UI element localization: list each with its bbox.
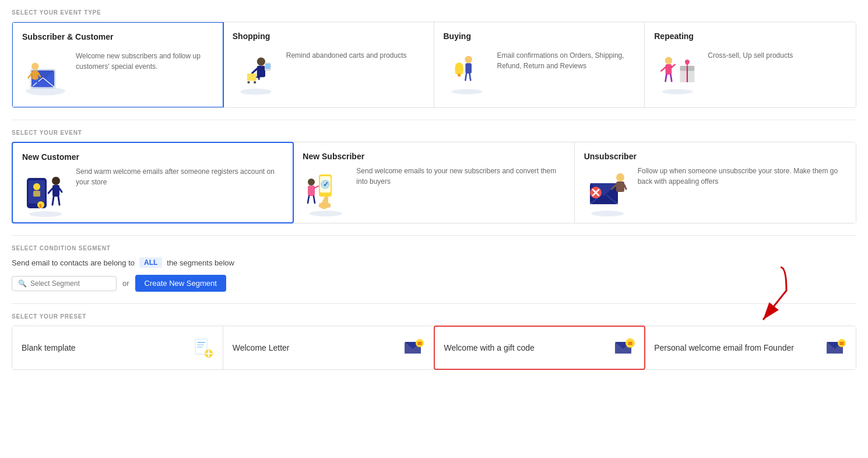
preset-title-welcome-gift: Welcome with a gift code — [444, 343, 535, 352]
svg-rect-57 — [319, 203, 331, 208]
svg-text:$: $ — [39, 203, 42, 208]
event-type-title-subscriber: Subscriber & Customer — [22, 32, 213, 41]
preset-grid: Blank template — [12, 326, 856, 370]
or-text: or — [122, 279, 129, 288]
shopping-illustration — [233, 50, 279, 97]
svg-line-62 — [315, 186, 318, 188]
event-type-section: SELECT YOUR EVENT TYPE Subscriber & Cust… — [12, 9, 856, 108]
preset-card-welcome-gift[interactable]: Welcome with a gift code ✉ — [434, 326, 646, 370]
svg-rect-19 — [247, 74, 256, 81]
event-type-desc-buying: Email confirmations on Orders, Shipping,… — [497, 50, 635, 71]
preset-card-welcome-letter[interactable]: Welcome Letter ✉ — [223, 326, 434, 369]
svg-point-60 — [308, 179, 315, 186]
condition-section: SELECT CONDITION SEGMENT Send email to c… — [12, 245, 856, 292]
condition-badge-all: ALL — [139, 257, 162, 268]
preset-section: SELECT YOUR PRESET Blank template — [12, 313, 856, 370]
event-type-title-repeating: Repeating — [654, 32, 846, 41]
svg-line-10 — [32, 80, 33, 86]
event-section: SELECT YOUR EVENT New Customer — [12, 130, 856, 223]
svg-point-28 — [458, 74, 461, 76]
svg-line-29 — [465, 74, 466, 81]
svg-line-63 — [308, 196, 309, 203]
svg-rect-26 — [465, 63, 472, 74]
event-body-new-subscriber: ✓ Send welcome emails to your new subscr… — [303, 166, 564, 212]
event-grid: New Customer $ — [12, 142, 856, 223]
divider-1 — [12, 120, 856, 120]
unsubscriber-illustration — [584, 166, 631, 212]
event-card-new-subscriber[interactable]: New Subscriber ✓ — [293, 142, 574, 223]
svg-rect-74 — [616, 181, 624, 192]
condition-controls-row: 🔍 or Create New Segment — [12, 275, 856, 292]
svg-point-6 — [31, 62, 38, 69]
svg-point-48 — [52, 177, 60, 185]
event-title-new-subscriber: New Subscriber — [303, 152, 564, 161]
svg-line-23 — [258, 75, 259, 79]
svg-rect-18 — [265, 64, 270, 69]
event-desc-new-customer: Send warm welcome emails after someone r… — [76, 166, 283, 187]
event-card-new-customer[interactable]: New Customer $ — [12, 142, 294, 223]
event-type-grid: Subscriber & Customer — [12, 22, 856, 108]
event-type-card-shopping[interactable]: Shopping — [223, 22, 434, 107]
svg-line-34 — [662, 67, 666, 71]
event-desc-unsubscriber: Follow up when someone unsubscribe your … — [638, 166, 846, 187]
svg-line-35 — [672, 65, 674, 67]
event-type-title-buying: Buying — [444, 32, 635, 41]
preset-title-personal-welcome: Personal welcome email from Founder — [654, 343, 794, 352]
preset-card-blank[interactable]: Blank template — [12, 326, 223, 369]
svg-line-30 — [469, 74, 470, 81]
repeating-illustration — [654, 50, 701, 97]
event-type-card-repeating[interactable]: Repeating — [645, 22, 856, 107]
buying-illustration — [444, 50, 490, 97]
svg-rect-45 — [33, 191, 40, 197]
create-segment-button[interactable]: Create New Segment — [135, 275, 226, 292]
preset-title-welcome-letter: Welcome Letter — [233, 343, 290, 352]
event-type-label: SELECT YOUR EVENT TYPE — [12, 9, 856, 16]
svg-line-52 — [52, 197, 54, 205]
condition-desc-text: Send email to contacts are belong to — [12, 258, 135, 267]
event-title-unsubscriber: Unsubscriber — [584, 152, 846, 161]
segment-search-input[interactable] — [30, 279, 110, 288]
svg-rect-61 — [308, 186, 315, 196]
svg-line-53 — [58, 197, 59, 205]
svg-point-12 — [240, 89, 271, 95]
event-type-desc-shopping: Remind abandoned carts and products — [286, 50, 407, 61]
svg-text:✓: ✓ — [323, 180, 329, 188]
svg-point-32 — [665, 57, 672, 64]
event-type-body-subscriber: Welcome new subscribers and follow up cu… — [22, 51, 213, 97]
svg-point-20 — [247, 81, 249, 83]
preset-card-personal-welcome[interactable]: Personal welcome email from Founder ✉ — [645, 326, 856, 369]
preset-label: SELECT YOUR PRESET — [12, 313, 856, 320]
svg-rect-7 — [32, 71, 38, 80]
svg-point-21 — [254, 81, 256, 83]
svg-line-15 — [252, 69, 257, 73]
new-customer-illustration: $ — [22, 166, 69, 213]
svg-point-65 — [591, 211, 624, 216]
svg-line-64 — [314, 196, 315, 203]
condition-description-row: Send email to contacts are belong to ALL… — [12, 257, 856, 268]
svg-point-44 — [33, 183, 40, 190]
svg-point-54 — [310, 211, 342, 216]
event-type-card-buying[interactable]: Buying — [434, 22, 645, 107]
event-type-card-subscriber[interactable]: Subscriber & Customer — [12, 22, 224, 108]
svg-text:✉: ✉ — [839, 341, 844, 347]
condition-desc-suffix: the segments below — [167, 258, 234, 267]
new-subscriber-illustration: ✓ — [303, 166, 349, 212]
svg-point-41 — [29, 211, 62, 217]
divider-3 — [12, 303, 856, 304]
event-type-title-shopping: Shopping — [233, 32, 424, 41]
preset-icon-blank — [192, 337, 213, 358]
event-type-body-buying: Email confirmations on Orders, Shipping,… — [444, 50, 635, 97]
svg-rect-33 — [666, 64, 672, 75]
svg-point-73 — [616, 173, 624, 181]
svg-point-25 — [465, 56, 472, 63]
event-card-unsubscriber[interactable]: Unsubscriber — [575, 142, 856, 223]
svg-line-39 — [666, 75, 667, 82]
preset-title-blank: Blank template — [22, 343, 76, 352]
segment-search-wrap[interactable]: 🔍 — [12, 276, 117, 291]
preset-icon-personal-welcome: ✉ — [825, 337, 846, 358]
event-label: SELECT YOUR EVENT — [12, 130, 856, 136]
preset-icon-welcome-gift: ✉ — [614, 337, 635, 358]
preset-area: Blank template — [12, 326, 856, 370]
svg-line-50 — [48, 188, 52, 193]
divider-2 — [12, 235, 856, 236]
